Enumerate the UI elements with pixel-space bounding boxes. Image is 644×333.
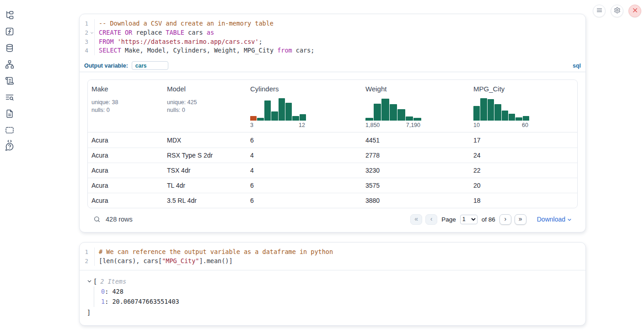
table-cell: 2778: [362, 152, 470, 159]
python-output: [ 2 Items 0: 4281: 20.060747663551403 ]: [80, 270, 585, 325]
code-lines: # We can reference the output variable a…: [95, 248, 585, 266]
page-select[interactable]: 1: [460, 215, 478, 224]
search-icon[interactable]: [93, 216, 101, 223]
histogram-bar: [502, 111, 508, 121]
gear-button[interactable]: [611, 5, 623, 17]
row-count: 428 rows: [106, 216, 133, 223]
table-row: Acura3.5 RL 4dr6388018: [88, 193, 577, 208]
histogram-max-label: 12: [299, 122, 305, 128]
help-bubble-icon[interactable]: [5, 142, 14, 151]
line-number: 4: [80, 46, 89, 55]
page-total-label: of 86: [482, 216, 495, 223]
menu-button[interactable]: [593, 5, 606, 17]
language-badge: sql: [573, 63, 581, 69]
text-search-icon[interactable]: [5, 93, 14, 102]
output-list-item: 1: 20.060747663551403: [101, 296, 578, 307]
network-icon[interactable]: [5, 60, 14, 69]
next-page-button[interactable]: ›: [499, 214, 511, 225]
histogram-bar: [515, 117, 522, 121]
table-cell: Acura: [88, 182, 163, 189]
table-cell: 4: [247, 152, 362, 159]
code-lines: -- Download a CSV and create an in-memor…: [95, 19, 585, 55]
python-code-editor[interactable]: 12 # We can reference the output variabl…: [80, 243, 585, 270]
top-right-controls: [593, 5, 641, 17]
line-number: 2: [80, 28, 89, 37]
fold-chevron-icon[interactable]: [89, 31, 94, 35]
line-number-gutter: 12: [80, 248, 95, 266]
histogram-bar: [257, 118, 263, 121]
file-tree-icon[interactable]: [5, 11, 14, 20]
column-header-mpg_city[interactable]: MPG_City1060: [470, 80, 577, 132]
chevron-down-icon[interactable]: [87, 279, 92, 284]
scroll-icon[interactable]: [5, 76, 14, 85]
table-cell: 4: [247, 167, 362, 174]
download-button[interactable]: Download: [537, 216, 572, 223]
data-table: Makeunique: 38nulls: 0Modelunique: 425nu…: [87, 79, 578, 208]
left-sidebar: [0, 0, 19, 333]
notebook-area: 1234 -- Download a CSV and create an in-…: [79, 14, 586, 326]
column-stats: unique: 38nulls: 0: [91, 99, 160, 114]
sql-code-editor[interactable]: 1234 -- Download a CSV and create an in-…: [80, 14, 585, 59]
menu-icon: [596, 7, 603, 16]
histogram-max-label: 60: [522, 122, 528, 128]
table-cell: 18: [470, 197, 577, 204]
chevron-down-icon: [567, 217, 572, 222]
function-square-icon[interactable]: [5, 27, 14, 36]
item-value: 428: [112, 288, 123, 295]
code-line: CREATE OR replace TABLE cars as: [99, 28, 585, 37]
last-page-button[interactable]: »: [515, 214, 526, 225]
column-name: Weight: [365, 85, 466, 93]
first-page-button[interactable]: «: [410, 214, 422, 225]
histogram-bar: [397, 109, 405, 121]
document-icon[interactable]: [5, 109, 14, 118]
prev-page-button[interactable]: ‹: [425, 214, 437, 225]
table-cell: 6: [247, 197, 362, 204]
code-line: -- Download a CSV and create an in-memor…: [99, 19, 585, 28]
histogram-bar: [292, 116, 299, 121]
histogram-bar: [488, 99, 494, 121]
table-cell: TSX 4dr: [163, 167, 247, 174]
close-icon: [632, 7, 639, 16]
table-cell: 6: [247, 137, 362, 144]
table-cell: 24: [470, 152, 577, 159]
table-cell: 22: [470, 167, 577, 174]
column-histogram: 1060: [473, 97, 529, 128]
column-header-cylinders[interactable]: Cylinders312: [247, 80, 362, 132]
code-line: [len(cars), cars["MPG_City"].mean()]: [99, 257, 585, 266]
python-cell: 12 # We can reference the output variabl…: [79, 242, 586, 326]
output-variable-strip: Output variable: sql: [80, 59, 585, 72]
output-variable-input[interactable]: [132, 61, 168, 70]
line-number: 3: [80, 37, 89, 47]
histogram-bar: [300, 114, 306, 121]
column-name: Make: [91, 85, 160, 93]
line-number: 1: [80, 248, 89, 257]
sql-cell: 1234 -- Download a CSV and create an in-…: [79, 14, 586, 233]
histogram-max-label: 7,190: [406, 122, 420, 128]
database-icon[interactable]: [5, 43, 14, 53]
column-name: MPG_City: [473, 85, 574, 93]
code-line: SELECT Make, Model, Cylinders, Weight, M…: [99, 46, 585, 55]
item-index: 1: [101, 298, 105, 305]
column-header-make[interactable]: Makeunique: 38nulls: 0: [88, 80, 163, 132]
item-index: 0: [101, 288, 105, 295]
download-label: Download: [537, 216, 565, 223]
histogram-bar: [413, 118, 421, 121]
column-histogram: 312: [250, 97, 306, 128]
histogram-bar: [406, 116, 413, 121]
column-name: Cylinders: [250, 85, 358, 93]
table-row: AcuraTL 4dr6357520: [88, 178, 577, 193]
table-cell: 3.5 RL 4dr: [163, 197, 247, 204]
histogram-bar: [523, 116, 529, 121]
histogram-bar: [480, 98, 487, 121]
table-cell: RSX Type S 2dr: [163, 152, 247, 159]
line-number: 1: [80, 19, 89, 28]
column-header-weight[interactable]: Weight1,8507,190: [362, 80, 470, 132]
table-cell: 3880: [362, 197, 470, 204]
close-button[interactable]: [628, 5, 641, 17]
column-header-model[interactable]: Modelunique: 425nulls: 0: [163, 80, 247, 132]
histogram-bar: [264, 100, 271, 121]
table-cell: 6: [247, 182, 362, 189]
table-output: Makeunique: 38nulls: 0Modelunique: 425nu…: [80, 72, 585, 232]
code-snippet-icon[interactable]: [5, 126, 14, 135]
column-stats: unique: 425nulls: 0: [167, 99, 243, 114]
